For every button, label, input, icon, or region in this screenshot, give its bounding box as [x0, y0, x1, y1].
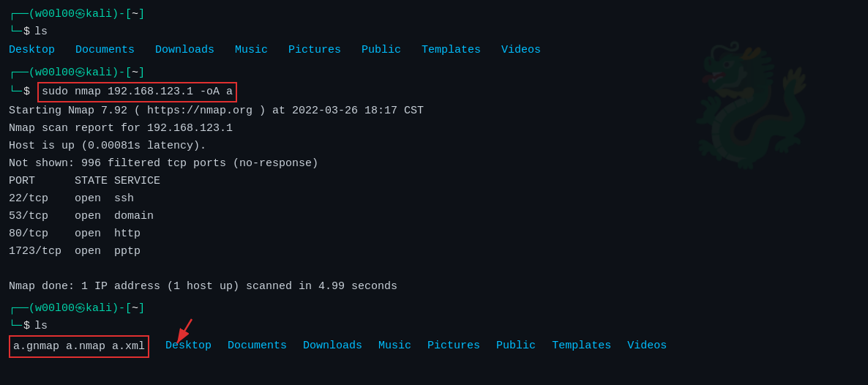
block3: ┌──(w00l00㉿kali)-[~] └─ $ ls a.gnmap a.n…	[9, 300, 859, 358]
dir-videos-1: Videos	[501, 41, 541, 60]
prompt-line-1: ┌──(w00l00㉿kali)-[~]	[9, 6, 859, 23]
prompt-arrow-3: └─	[9, 318, 22, 335]
command-line-1: └─ $ ls	[9, 23, 859, 41]
block1: ┌──(w00l00㉿kali)-[~] └─ $ ls Desktop Doc…	[9, 6, 859, 60]
prompt-arrow-2: └─	[9, 83, 22, 101]
dir-public-1: Public	[362, 41, 401, 60]
dir-templates-1: Templates	[422, 41, 481, 60]
dir-desktop-1: Desktop	[9, 41, 55, 60]
cmd-ls-3: ls	[34, 318, 48, 335]
prompt-line-2: ┌──(w00l00㉿kali)-[~]	[9, 64, 859, 82]
prompt-text-3: ┌──(w00l00㉿kali)-[~]	[9, 300, 145, 318]
dir-templates-3: Templates	[552, 337, 611, 356]
nmap-output: Starting Nmap 7.92 ( https://nmap.org ) …	[9, 102, 859, 296]
command-line-2: └─ $ sudo nmap 192.168.123.1 -oA a	[9, 82, 859, 102]
dir-pictures-3: Pictures	[427, 337, 480, 356]
prompt-line-3: ┌──(w00l00㉿kali)-[~]	[9, 300, 859, 318]
cmd-ls-1: ls	[34, 23, 48, 41]
prompt-dollar-2: $	[23, 83, 30, 101]
dir-public-3: Public	[496, 337, 536, 356]
files-highlighted: a.gnmap a.nmap a.xml	[9, 335, 149, 358]
terminal: 🐉 ┌──(w00l00㉿kali)-[~] └─ $ ls Desktop D…	[0, 0, 868, 385]
prompt-dollar-1: $	[23, 23, 30, 41]
command-line-3: └─ $ ls	[9, 318, 859, 335]
dir-downloads-3: Downloads	[303, 337, 362, 356]
prompt-arrow-1: └─	[9, 23, 22, 41]
nmap-command-highlighted: sudo nmap 192.168.123.1 -oA a	[37, 82, 237, 102]
dir-documents-3: Documents	[228, 337, 287, 356]
block2: ┌──(w00l00㉿kali)-[~] └─ $ sudo nmap 192.…	[9, 64, 859, 296]
dir-pictures-1: Pictures	[288, 41, 341, 60]
dir-downloads-1: Downloads	[155, 41, 214, 60]
prompt-dollar-3: $	[23, 318, 30, 335]
prompt-text-2: ┌──(w00l00㉿kali)-[~]	[9, 64, 145, 82]
nmap-cmd-wrapper: sudo nmap 192.168.123.1 -oA a	[34, 82, 237, 102]
dir-music-1: Music	[235, 41, 268, 60]
dir-list-1: Desktop Documents Downloads Music Pictur…	[9, 41, 859, 60]
dir-music-3: Music	[378, 337, 411, 356]
dir-documents-1: Documents	[75, 41, 135, 60]
files-and-dirs-row: a.gnmap a.nmap a.xml Desktop Documents D…	[9, 335, 859, 358]
dir-videos-3: Videos	[627, 337, 667, 356]
prompt-text-1: ┌──(w00l00㉿kali)-[~]	[9, 6, 145, 23]
dir-desktop-3: Desktop	[165, 337, 212, 356]
